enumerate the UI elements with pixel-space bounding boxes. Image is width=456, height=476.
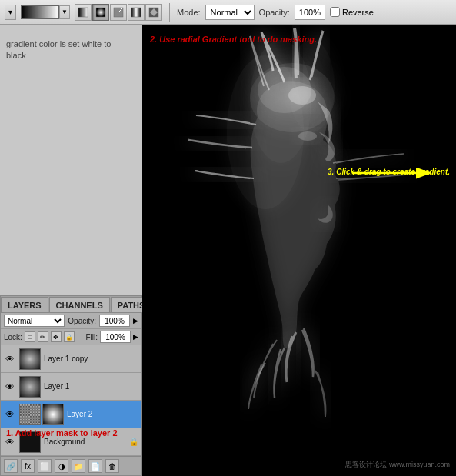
svg-rect-4: [131, 8, 141, 17]
gradient-preview[interactable]: [21, 5, 59, 19]
yellow-arrow: [348, 161, 441, 186]
reverse-checkbox[interactable]: [330, 7, 340, 17]
reflected-gradient-tool[interactable]: [128, 4, 145, 21]
tab-layers[interactable]: LAYERS: [1, 297, 48, 312]
new-layer-button[interactable]: 📄: [88, 459, 102, 473]
arrow-svg: [348, 161, 441, 185]
layer-visibility-layer2[interactable]: 👁: [4, 408, 16, 421]
svg-rect-1: [96, 8, 105, 17]
watermark: 思客设计论坛 www.missyuan.com: [345, 460, 450, 470]
layer-item-layer1[interactable]: 👁 Layer 1: [1, 373, 141, 401]
layer-name-layer1: Layer 1: [44, 382, 138, 391]
layer-thumbnail-layer2: [19, 404, 41, 425]
new-adjustment-layer-button[interactable]: ◑: [55, 459, 68, 473]
opacity-input[interactable]: [295, 5, 325, 20]
opacity-label: Opacity:: [259, 8, 290, 17]
tool-preset-button[interactable]: ▾: [5, 5, 16, 20]
opacity-panel-label: Opacity:: [68, 317, 96, 325]
angle-gradient-tool[interactable]: [110, 4, 127, 21]
reverse-checkbox-container: Reverse: [330, 7, 374, 17]
tab-channels[interactable]: CHANNELS: [49, 297, 110, 312]
smoke-figure-svg: [142, 25, 456, 476]
linear-gradient-tool[interactable]: [75, 4, 92, 21]
gradient-tools: [75, 4, 162, 21]
svg-rect-0: [78, 8, 88, 17]
lock-position[interactable]: ✥: [51, 331, 62, 342]
fill-arrow[interactable]: ▶: [133, 333, 138, 341]
link-layers-button[interactable]: 🔗: [4, 459, 18, 473]
lock-image-pixels[interactable]: ✏: [38, 331, 48, 342]
right-image-area: 2. Use radial Gradient tool to do maskin…: [142, 25, 456, 476]
image-annotation-top: 2. Use radial Gradient tool to do maskin…: [150, 34, 317, 45]
toolbar-separator: [169, 3, 170, 22]
lock-transparent-pixels[interactable]: □: [25, 331, 35, 342]
opacity-panel-arrow[interactable]: ▶: [133, 317, 138, 325]
lock-row: Lock: □ ✏ ✥ 🔒 Fill: ▶: [1, 329, 141, 345]
radial-gradient-tool[interactable]: [92, 4, 109, 21]
layer-visibility-layer1[interactable]: 👁: [4, 381, 16, 393]
layer-mask-thumbnail-layer2: [42, 404, 64, 425]
svg-point-15: [288, 86, 316, 105]
annotation-top-left: gradient color is set white to black: [6, 38, 129, 62]
layer-visibility-layer1copy[interactable]: 👁: [4, 353, 16, 365]
diamond-gradient-tool[interactable]: [145, 4, 162, 21]
panel-tabs: LAYERS CHANNELS PATHS ≡: [1, 296, 141, 313]
lock-all[interactable]: 🔒: [64, 331, 75, 342]
layer-item-layer1copy[interactable]: 👁 Layer 1 copy: [1, 345, 141, 373]
tool-preset: ▾: [5, 5, 16, 20]
main-area: gradient color is set white to black LAY…: [0, 25, 456, 476]
blend-mode-select[interactable]: Normal: [4, 315, 65, 327]
new-group-button[interactable]: 📁: [72, 459, 85, 473]
layer-name-layer1copy: Layer 1 copy: [44, 355, 138, 363]
add-mask-button[interactable]: ⬜: [38, 459, 52, 473]
layer-lock-icon-background: 🔒: [129, 438, 138, 446]
layer-name-layer2: Layer 2: [67, 410, 138, 418]
fill-input[interactable]: [100, 331, 131, 343]
left-panel: gradient color is set white to black LAY…: [0, 25, 142, 476]
annotation-bottom-left: 1. Add layer mask to layer 2: [6, 428, 129, 439]
mode-label: Mode:: [177, 8, 201, 17]
fill-label: Fill:: [85, 333, 98, 341]
delete-layer-button[interactable]: 🗑: [105, 459, 119, 473]
blend-mode-row: Normal Opacity: ▶: [1, 313, 141, 329]
layer-thumbnail-layer1copy: [19, 348, 41, 370]
layer-item-layer2[interactable]: 👁 Layer 2: [1, 401, 141, 428]
panel-bottom-bar: 🔗 fx ⬜ ◑ 📁 📄 🗑: [1, 456, 141, 475]
lock-label: Lock:: [4, 333, 22, 341]
mode-select[interactable]: Normal Multiply Screen Overlay: [205, 5, 255, 20]
layer-thumbnail-layer1: [19, 376, 41, 398]
reverse-label: Reverse: [342, 8, 374, 17]
layer-style-button[interactable]: fx: [21, 459, 35, 473]
opacity-panel-input[interactable]: [99, 315, 130, 327]
layers-panel: LAYERS CHANNELS PATHS ≡ Normal Opacity: …: [0, 295, 142, 476]
gradient-dropdown[interactable]: ▼: [59, 5, 70, 19]
toolbar: ▾ ▼ Mode: Normal Multiply Screen Overlay…: [0, 0, 456, 25]
svg-point-12: [298, 131, 317, 141]
